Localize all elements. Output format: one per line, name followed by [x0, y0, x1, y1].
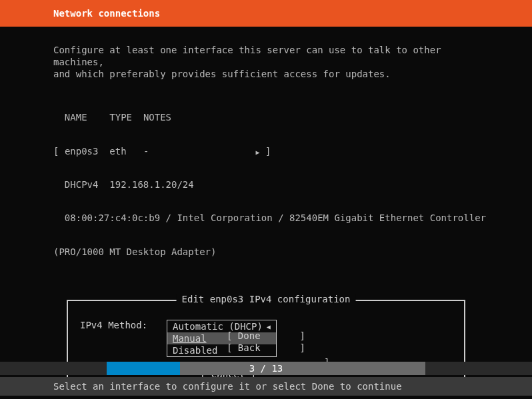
header-bar: Network connections [0, 0, 532, 27]
dhcp-address: 192.168.1.20/24 [109, 179, 193, 190]
ipv4-method-label: IPv4 Method: [80, 320, 167, 330]
back-button[interactable]: [ Back ] [0, 342, 532, 354]
intro-line2: and which preferably provides sufficient… [53, 68, 479, 80]
iface-model-row: (PRO/1000 MT Desktop Adapter) [53, 246, 479, 258]
hint-text: Select an interface to configure it or s… [53, 381, 402, 392]
page-title: Network connections [53, 8, 160, 19]
dhcp-label: DHCPv4 [65, 179, 99, 190]
intro-text: Configure at least one interface this se… [53, 44, 479, 81]
footer-buttons: [ Done ] [ Back ] [0, 330, 532, 354]
mac-info: 08:00:27:c4:0c:b9 / Intel Corporation / … [65, 212, 486, 223]
chevron-right-icon: ▶ [256, 149, 260, 157]
iface-header-row: NAME TYPE NOTES [53, 112, 479, 123]
col-notes: NOTES [143, 112, 171, 123]
hint-bar: Select an interface to configure it or s… [0, 377, 532, 396]
iface-type: eth [109, 146, 126, 157]
intro-line1: Configure at least one interface this se… [53, 44, 479, 68]
iface-name: enp0s3 [65, 146, 99, 157]
chevron-left-icon: ◀ [267, 323, 271, 330]
progress-bar: 3 / 13 [0, 362, 532, 375]
col-type: TYPE [109, 112, 132, 123]
done-button[interactable]: [ Done ] [0, 330, 532, 342]
col-name: NAME [65, 112, 87, 123]
interface-list: NAME TYPE NOTES [ enp0s3 eth - ▶ ] DHCPv… [53, 90, 479, 280]
dialog-title: Edit enp0s3 IPv4 configuration [177, 294, 356, 304]
progress-text: 3 / 13 [0, 363, 532, 374]
iface-dhcp-row: DHCPv4 192.168.1.20/24 [53, 179, 479, 191]
iface-notes: - [143, 146, 149, 157]
iface-mac-row: 08:00:27:c4:0c:b9 / Intel Corporation / … [53, 212, 479, 224]
iface-row-enp0s3[interactable]: [ enp0s3 eth - ▶ ] [53, 146, 479, 157]
